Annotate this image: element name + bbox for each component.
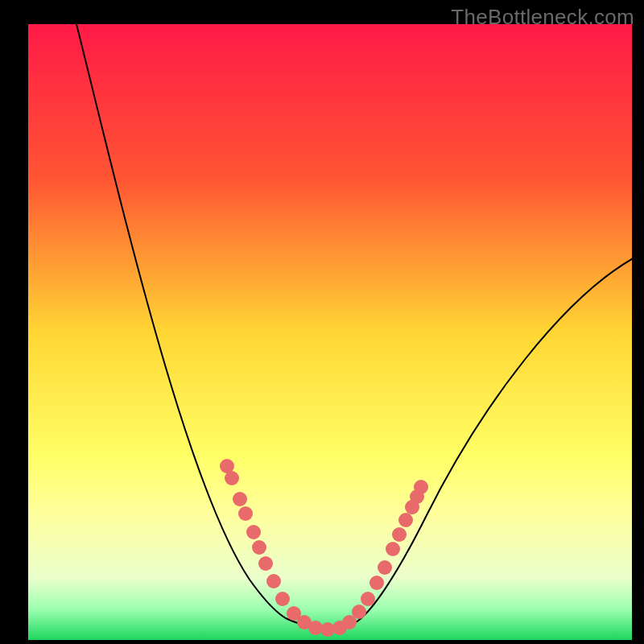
marker-dot	[369, 576, 384, 590]
watermark-label: TheBottleneck.com	[451, 5, 634, 30]
marker-dot	[361, 592, 375, 606]
marker-dot	[238, 506, 253, 521]
marker-dot	[225, 471, 239, 485]
marker-dot	[252, 540, 266, 555]
marker-dot	[233, 492, 247, 506]
marker-dot	[352, 605, 366, 619]
chart-frame: TheBottleneck.com	[0, 0, 644, 644]
marker-dot	[246, 525, 261, 539]
marker-dot	[275, 592, 290, 606]
marker-dot	[386, 542, 400, 556]
marker-dot	[414, 480, 428, 494]
marker-dot	[398, 513, 413, 527]
marker-dot	[258, 556, 273, 571]
chart-background	[28, 24, 632, 640]
marker-dot	[392, 527, 407, 542]
chart-canvas	[0, 0, 644, 644]
marker-dot	[378, 560, 392, 575]
marker-dot	[266, 574, 281, 588]
